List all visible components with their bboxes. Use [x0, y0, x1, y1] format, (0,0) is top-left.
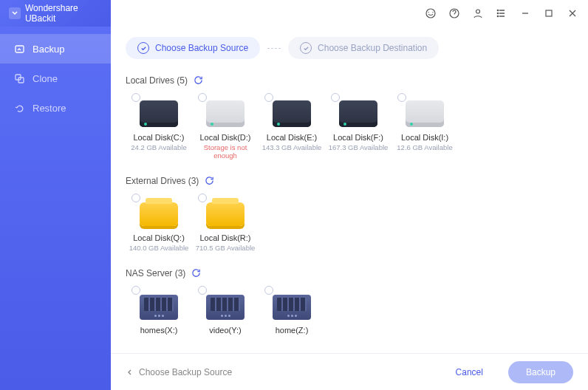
drive-available: 12.6 GB Available [397, 143, 452, 151]
local-drives-grid: Local Disk(C:) 24.2 GB Available Local D… [126, 92, 573, 167]
sidebar-item-label: Backup [33, 44, 64, 55]
app-logo-icon [9, 7, 21, 19]
svg-point-4 [497, 13, 498, 13]
content-area: Choose Backup Source Choose Backup Desti… [111, 27, 588, 390]
chevron-left-icon[interactable] [126, 368, 134, 377]
drive-card[interactable]: Local Disk(E:) 143.3 GB Available [259, 92, 325, 167]
nas-icon [205, 287, 246, 320]
drive-available: 143.3 GB Available [262, 143, 322, 151]
svg-point-3 [497, 10, 498, 10]
drive-name: Local Disk(I:) [401, 133, 448, 142]
svg-point-2 [476, 10, 480, 13]
restore-icon [13, 102, 25, 114]
sidebar-item-backup[interactable]: Backup [0, 34, 111, 64]
check-circle-icon [300, 42, 312, 54]
footer-hint-text: Choose Backup Source [139, 367, 232, 377]
drive-name: Local Disk(F:) [333, 133, 383, 142]
drive-card[interactable]: Local Disk(D:) Storage is not enough [192, 92, 259, 167]
drive-card[interactable]: Local Disk(C:) 24.2 GB Available [126, 92, 192, 167]
section-title: External Drives (3) [126, 176, 199, 186]
hdd-icon [205, 95, 246, 127]
drive-card[interactable]: home(Z:) [259, 284, 325, 343]
section-header-local: Local Drives (5) [126, 75, 573, 86]
hdd-icon [271, 95, 312, 127]
menu-list-icon[interactable] [495, 7, 508, 20]
help-icon[interactable] [448, 7, 461, 20]
minimize-icon[interactable] [519, 7, 532, 20]
close-icon[interactable] [566, 7, 579, 20]
sidebar-item-label: Restore [33, 103, 66, 114]
user-icon[interactable] [471, 7, 485, 20]
sidebar-item-restore[interactable]: Restore [0, 93, 111, 123]
drive-name: home(Z:) [276, 326, 309, 335]
section-header-external: External Drives (3) [126, 176, 573, 186]
sidebar: Backup Clone Restore [0, 27, 111, 390]
cancel-button[interactable]: Cancel [438, 361, 501, 383]
drive-available: 167.3 GB Available [329, 143, 389, 151]
drives-scroll-area[interactable]: Local Drives (5) Local Disk(C:) 24.2 GB … [111, 66, 588, 353]
drive-name: homes(X:) [140, 326, 178, 335]
drive-name: video(Y:) [209, 326, 241, 335]
section-title: NAS Server (3) [126, 268, 185, 278]
drive-card[interactable]: Local Disk(F:) 167.3 GB Available [325, 92, 392, 167]
footer-bar: Choose Backup Source Cancel Backup [111, 353, 588, 390]
drive-card[interactable]: Local Disk(Q:) 140.0 GB Available [126, 192, 192, 259]
app-brand: Wondershare UBackit [0, 0, 111, 27]
drive-name: Local Disk(E:) [267, 133, 317, 142]
wizard-steps: Choose Backup Source Choose Backup Desti… [111, 27, 588, 66]
step-connector [267, 48, 281, 49]
svg-point-0 [426, 9, 435, 18]
external-drive-icon [205, 195, 246, 228]
section-header-nas: NAS Server (3) [126, 268, 573, 278]
hdd-icon [138, 95, 180, 127]
sidebar-item-clone[interactable]: Clone [0, 64, 111, 93]
backup-icon [13, 43, 25, 55]
drive-card[interactable]: video(Y:) [192, 284, 259, 343]
nas-icon [138, 287, 180, 320]
refresh-icon[interactable] [191, 268, 202, 278]
svg-point-5 [497, 16, 498, 16]
external-drives-grid: Local Disk(Q:) 140.0 GB Available Local … [126, 192, 573, 259]
app-title: Wondershare UBackit [25, 3, 111, 24]
hdd-icon [404, 95, 445, 127]
sidebar-item-label: Clone [33, 73, 58, 84]
check-circle-icon [137, 42, 149, 54]
titlebar: Wondershare UBackit [0, 0, 588, 27]
step-label: Choose Backup Source [155, 43, 248, 53]
svg-rect-6 [546, 10, 552, 16]
drive-available: 710.5 GB Available [196, 244, 256, 252]
section-title: Local Drives (5) [126, 75, 188, 86]
hdd-icon [338, 95, 379, 127]
drive-name: Local Disk(C:) [133, 133, 184, 142]
drive-available: Storage is not enough [192, 143, 259, 160]
drive-name: Local Disk(Q:) [133, 233, 185, 242]
maximize-icon[interactable] [542, 7, 555, 20]
step-choose-destination[interactable]: Choose Backup Destination [288, 37, 439, 59]
titlebar-controls [111, 7, 588, 20]
refresh-icon[interactable] [205, 176, 215, 186]
drive-name: Local Disk(D:) [199, 133, 250, 142]
external-drive-icon [138, 195, 180, 228]
drive-card[interactable]: Local Disk(R:) 710.5 GB Available [192, 192, 259, 259]
drive-name: Local Disk(R:) [199, 233, 250, 242]
drive-card[interactable]: homes(X:) [126, 284, 192, 343]
step-choose-source[interactable]: Choose Backup Source [126, 37, 260, 59]
nas-drives-grid: homes(X:) video(Y:) home(Z:) [126, 284, 573, 343]
step-label: Choose Backup Destination [318, 43, 427, 53]
drive-available: 24.2 GB Available [131, 143, 186, 151]
nas-icon [271, 287, 312, 320]
drive-available: 140.0 GB Available [129, 244, 189, 252]
support-icon[interactable] [424, 7, 437, 20]
clone-icon [13, 72, 25, 84]
footer-hint: Choose Backup Source [126, 367, 431, 377]
drive-card[interactable]: Local Disk(I:) 12.6 GB Available [392, 92, 458, 167]
refresh-icon[interactable] [194, 75, 204, 86]
backup-button[interactable]: Backup [508, 361, 573, 383]
